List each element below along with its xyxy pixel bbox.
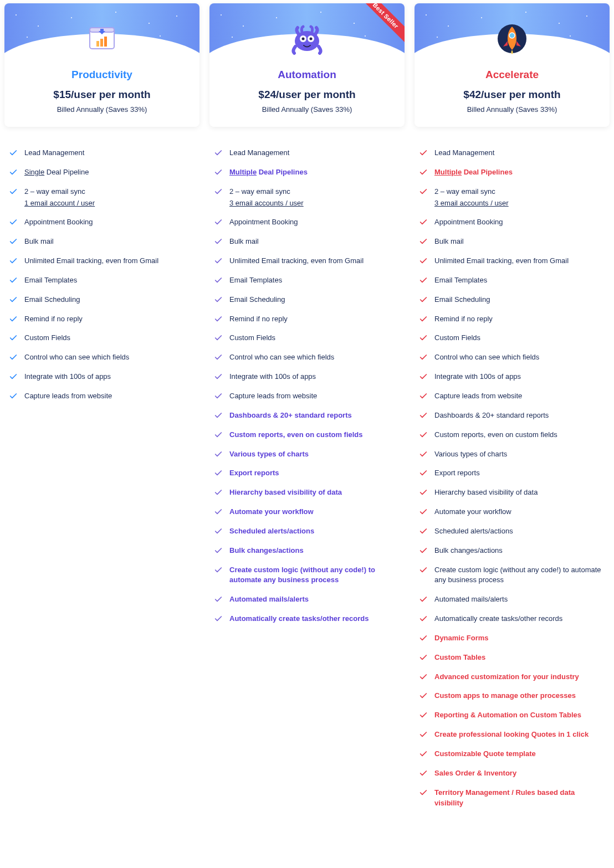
check-icon [419,653,428,662]
check-icon [419,749,428,758]
plan-billing: Billed Annually (Saves 33%) [4,105,199,114]
feature-item: Single Deal Pipeline [9,163,195,182]
check-icon [419,691,428,700]
pricing-plans: Productivity $15/user per month Billed A… [0,0,614,829]
check-icon [9,333,18,342]
check-icon [214,148,223,157]
plan-price: $42/user per month [415,89,610,101]
check-icon [419,148,428,157]
feature-item: Custom Fields [419,328,605,348]
feature-text: Advanced customization for your industry [434,672,605,682]
check-icon [9,187,18,196]
feature-item: Export reports [214,464,400,483]
check-icon [214,614,223,623]
check-icon [419,410,428,420]
feature-item: Bulk changes/actions [214,541,400,561]
feature-text: Automate your workflow [434,507,605,517]
check-icon [419,237,428,246]
check-icon [214,372,223,381]
feature-text: Lead Management [24,148,195,158]
check-icon [9,148,18,157]
check-icon [419,614,428,623]
feature-item: Various types of charts [419,445,605,464]
feature-text: Dashboards & 20+ standard reports [434,410,605,421]
feature-item: Integrate with 100s of apps [214,367,400,387]
plan-header: Productivity $15/user per month Billed A… [4,3,199,127]
feature-text: Export reports [434,468,605,479]
feature-text: Email Scheduling [229,295,400,305]
plan-billing: Billed Annually (Saves 33%) [415,105,610,114]
svg-point-7 [302,38,305,40]
check-icon [419,730,428,739]
feature-item: Control who can see which fields [9,348,195,367]
feature-text: Appointment Booking [229,217,400,228]
check-icon [419,788,428,797]
feature-text: Create custom logic (without any code!) … [434,565,605,586]
check-icon [214,391,223,400]
check-icon [9,391,18,400]
feature-item: Appointment Booking [214,213,400,232]
check-icon [419,507,428,516]
plan-header: Best Seller Automation $24/user per mont… [209,3,405,127]
check-icon [214,237,223,246]
check-icon [419,546,428,555]
plan-icon [86,22,117,53]
feature-item: Integrate with 100s of apps [9,367,195,387]
feature-item: Create professional looking Quotes in 1 … [419,725,605,744]
feature-item: 2 – way email sync3 email accounts / use… [214,182,400,213]
feature-text: Multiple Deal Pipelines [229,167,400,178]
check-icon [419,526,428,536]
check-icon [9,167,18,177]
feature-text: Unlimited Email tracking, even from Gmai… [434,256,605,266]
feature-item: Appointment Booking [419,213,605,232]
feature-text: Custom reports, even on custom fields [434,430,605,440]
feature-item: Unlimited Email tracking, even from Gmai… [419,251,605,271]
svg-point-9 [310,38,313,40]
feature-item: Scheduled alerts/actions [214,522,400,541]
feature-item: Custom Fields [214,328,400,348]
feature-item: Hierarchy based visibility of data [419,483,605,502]
feature-text: Scheduled alerts/actions [434,526,605,537]
plan-price: $15/user per month [4,89,199,101]
feature-item: Automated mails/alerts [214,590,400,609]
feature-item: Scheduled alerts/actions [419,522,605,541]
feature-item: Control who can see which fields [419,348,605,367]
plan-name: Accelerate [415,69,610,81]
svg-point-11 [509,33,515,38]
check-icon [9,314,18,323]
check-icon [419,768,428,778]
feature-item: Various types of charts [214,445,400,464]
plan-automation: Best Seller Automation $24/user per mont… [209,3,405,629]
check-icon [419,449,428,459]
plan-name: Automation [209,69,405,81]
feature-list: Lead Management Single Deal Pipeline 2 –… [4,143,199,406]
feature-item: 2 – way email sync3 email accounts / use… [419,182,605,213]
feature-item: Capture leads from website [419,387,605,406]
feature-text: Various types of charts [229,449,400,460]
check-icon [419,391,428,400]
plan-productivity: Productivity $15/user per month Billed A… [4,3,199,406]
check-icon [419,372,428,381]
feature-text: Bulk mail [434,237,605,247]
plan-icon [289,22,325,55]
feature-text: Unlimited Email tracking, even from Gmai… [24,256,195,266]
feature-text: Various types of charts [434,449,605,460]
feature-text: Custom Fields [24,333,195,343]
feature-item: 2 – way email sync1 email account / user [9,182,195,213]
feature-text: Email Templates [24,275,195,286]
feature-text: Custom Fields [434,333,605,343]
feature-text: Lead Management [434,148,605,158]
feature-text: 2 – way email sync3 email accounts / use… [229,187,400,209]
plan-icon [495,22,529,55]
feature-text: Multiple Deal Pipelines [434,167,605,178]
feature-item: Remind if no reply [419,310,605,329]
check-icon [419,167,428,177]
check-icon [214,410,223,420]
check-icon [214,314,223,323]
check-icon [214,217,223,227]
feature-text: Bulk mail [229,237,400,247]
check-icon [419,333,428,342]
check-icon [419,672,428,681]
check-icon [214,275,223,285]
check-icon [419,565,428,574]
